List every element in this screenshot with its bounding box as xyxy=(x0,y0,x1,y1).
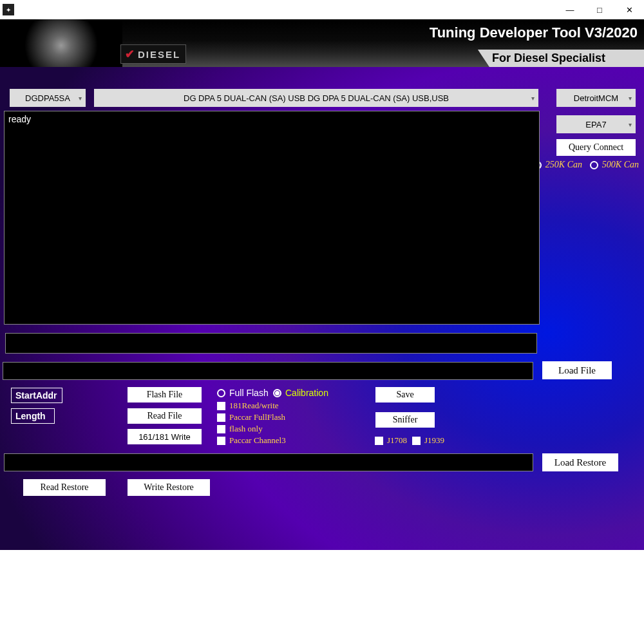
sniffer-button[interactable]: Sniffer xyxy=(375,412,435,428)
minimize-button[interactable]: — xyxy=(555,0,585,19)
can-500k-radio[interactable]: 500K Can xyxy=(590,160,639,170)
device-value: DG DPA 5 DUAL-CAN (SA) USB DG DPA 5 DUAL… xyxy=(184,93,449,103)
checkbox-icon xyxy=(412,437,421,445)
epa-select[interactable]: EPA7 ▾ xyxy=(556,115,636,133)
full-flash-label: Full Flash xyxy=(229,388,269,398)
load-file-button[interactable]: Load File xyxy=(542,361,612,379)
status-bar-1 xyxy=(5,333,537,354)
checkbox-icon xyxy=(375,437,383,445)
chk-181-label: 181Read/write xyxy=(229,401,279,411)
chk-flash-only[interactable]: flash only xyxy=(217,424,263,434)
chevron-down-icon: ▾ xyxy=(629,95,632,102)
ecu-select[interactable]: DetroitMCM ▾ xyxy=(556,89,636,107)
chk-paccar-full-label: Paccar FullFlash xyxy=(229,412,285,422)
can-250-label: 250K Can xyxy=(545,160,582,170)
radio-icon xyxy=(273,389,281,397)
length-label: Length xyxy=(11,408,55,424)
device-select[interactable]: DG DPA 5 DUAL-CAN (SA) USB DG DPA 5 DUAL… xyxy=(94,89,538,107)
read-restore-button[interactable]: Read Restore xyxy=(23,479,106,496)
chk-flash-only-label: flash only xyxy=(229,424,263,434)
query-connect-button[interactable]: Query Connect xyxy=(556,139,636,156)
full-flash-radio[interactable]: Full Flash xyxy=(217,388,269,398)
checkbox-icon xyxy=(217,413,225,422)
epa-value: EPA7 xyxy=(585,120,606,129)
radio-icon xyxy=(217,389,225,397)
ecu-value: DetroitMCM xyxy=(574,93,618,103)
write-161-181-button[interactable]: 161/181 Write xyxy=(128,429,202,444)
restore-path-bar xyxy=(4,453,533,471)
titlebar: ✦ — □ ✕ xyxy=(0,0,644,19)
brand-logo: ✔ DIESEL xyxy=(121,45,185,63)
chevron-down-icon: ▾ xyxy=(531,95,535,102)
banner: ✔ DIESEL Tuning Developer Tool V3/2020 F… xyxy=(0,19,644,67)
logo-text: DIESEL xyxy=(138,49,180,60)
window-controls: — □ ✕ xyxy=(555,0,644,19)
j1939-label: J1939 xyxy=(424,435,444,446)
flash-file-button[interactable]: Flash File xyxy=(128,387,202,402)
calibration-label: Calibration xyxy=(285,388,328,398)
chk-paccar-ch3[interactable]: Paccar Channel3 xyxy=(217,435,286,446)
file-path-bar xyxy=(3,362,533,380)
chk-paccar-full[interactable]: Paccar FullFlash xyxy=(217,412,285,422)
console-status: ready xyxy=(8,114,31,124)
app-subtitle: For Diesel Specialist xyxy=(478,50,644,67)
load-restore-button[interactable]: Load Restore xyxy=(542,453,618,471)
banner-art xyxy=(0,19,122,67)
app-icon: ✦ xyxy=(3,4,14,15)
app-title: Tuning Developer Tool V3/2020 xyxy=(364,19,644,41)
adapter-value: DGDPA5SA xyxy=(25,93,70,103)
write-restore-button[interactable]: Write Restore xyxy=(128,479,210,496)
radio-icon xyxy=(590,161,598,169)
calibration-radio[interactable]: Calibration xyxy=(273,388,328,398)
chk-paccar-ch3-label: Paccar Channel3 xyxy=(229,435,286,446)
checkbox-icon xyxy=(217,437,225,445)
j1708-label: J1708 xyxy=(387,435,407,446)
can-500-label: 500K Can xyxy=(602,160,639,170)
adapter-select[interactable]: DGDPA5SA ▾ xyxy=(10,89,86,107)
console: ready xyxy=(4,111,540,325)
chk-181-readwrite[interactable]: 181Read/write xyxy=(217,401,279,411)
start-addr-label: StartAddr xyxy=(11,388,62,403)
can-250k-radio[interactable]: 250K Can xyxy=(533,160,582,170)
save-button[interactable]: Save xyxy=(375,387,435,402)
chk-j1939[interactable]: J1939 xyxy=(412,435,444,446)
checkbox-icon xyxy=(217,402,225,410)
read-file-button[interactable]: Read File xyxy=(128,408,202,424)
client-area: DGDPA5SA ▾ DG DPA 5 DUAL-CAN (SA) USB DG… xyxy=(0,67,644,550)
chevron-down-icon: ▾ xyxy=(629,121,632,128)
maximize-button[interactable]: □ xyxy=(585,0,614,19)
check-icon: ✔ xyxy=(125,47,136,61)
checkbox-icon xyxy=(217,425,225,433)
chk-j1708[interactable]: J1708 xyxy=(375,435,407,446)
close-button[interactable]: ✕ xyxy=(614,0,644,19)
chevron-down-icon: ▾ xyxy=(79,95,82,102)
